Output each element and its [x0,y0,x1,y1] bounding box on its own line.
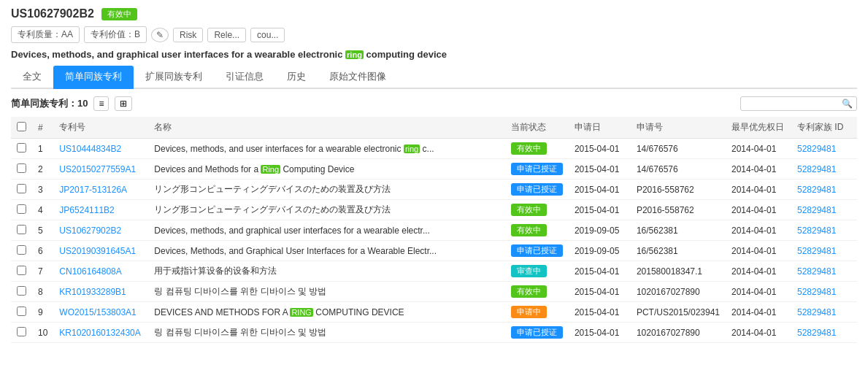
row-checkbox-6[interactable] [17,245,26,255]
name-ring-highlight: RING [290,308,313,317]
row-name: リング形コンピューティングデバイスのための装置及び方法 [148,180,505,200]
row-priority-date: 2014-04-01 [726,241,791,261]
status-badge-row: 申请已授证 [511,183,563,196]
row-apply-date: 2015-04-01 [569,200,631,220]
row-apply-num: P2016-558762 [631,200,726,220]
row-priority-date: 2014-04-01 [726,261,791,282]
patent-table: # 专利号 名称 当前状态 申请日 申请号 最早优先权日 专利家族 ID 1US… [11,117,857,343]
row-apply-date: 2019-09-05 [569,220,631,241]
row-name: 링 컴퓨팅 디바이스를 위한 디바이스 및 방법 [148,323,505,343]
family-id-link-10[interactable]: 52829481 [797,328,836,338]
row-checkbox-8[interactable] [17,286,26,296]
status-badge-row: 有效中 [511,224,547,236]
row-checkbox-1[interactable] [17,143,26,153]
row-checkbox-5[interactable] [17,225,26,234]
status-badge-row: 申请中 [511,306,547,318]
status-badge-row: 申请已授证 [511,326,563,339]
family-id-link-6[interactable]: 52829481 [797,246,836,256]
row-priority-date: 2014-04-01 [726,282,791,302]
row-priority-date: 2014-04-01 [726,323,791,343]
row-apply-date: 2015-04-01 [569,302,631,323]
subtable-title: 简单同族专利：10 [11,97,88,110]
select-all-checkbox[interactable] [17,122,26,131]
row-name: Devices, methods, and graphical user int… [148,220,505,241]
row-priority-date: 2014-04-01 [726,200,791,220]
row-checkbox-10[interactable] [17,327,26,336]
col-header-apply-date: 申请日 [569,117,631,139]
row-checkbox-9[interactable] [17,307,26,316]
value-label: 专利价值：B [84,26,147,43]
row-num: 5 [32,220,53,241]
search-input[interactable] [740,96,857,111]
row-num: 7 [32,261,53,282]
row-apply-date: 2015-04-01 [569,261,631,282]
cou-button[interactable]: cou... [250,28,285,42]
filter-btn[interactable]: ⊞ [115,96,132,111]
family-id-link-1[interactable]: 52829481 [797,144,836,154]
row-checkbox-3[interactable] [17,184,26,193]
patent-link-6[interactable]: US20190391645A1 [59,246,136,256]
tab-citation[interactable]: 引证信息 [214,66,275,89]
patent-title: Devices, methods, and graphical user int… [11,49,857,60]
family-id-link-8[interactable]: 52829481 [797,287,836,297]
patent-link-8[interactable]: KR101933289B1 [59,287,126,297]
name-ring-highlight: ring [404,144,420,153]
row-num: 10 [32,323,53,343]
tab-bar: 全文 简单同族专利 扩展同族专利 引证信息 历史 原始文件图像 [11,66,857,89]
title-ring-highlight: ring [345,50,364,59]
patent-link-9[interactable]: WO2015/153803A1 [59,307,136,317]
status-badge-row: 有效中 [511,285,547,298]
row-name: 用于戒指计算设备的设备和方法 [148,261,505,282]
family-id-link-4[interactable]: 52829481 [797,205,836,215]
row-num: 4 [32,200,53,220]
table-row: 5US10627902B2Devices, methods, and graph… [11,220,857,241]
patent-link-10[interactable]: KR1020160132430A [59,328,140,338]
family-id-link-7[interactable]: 52829481 [797,266,836,277]
row-checkbox-2[interactable] [17,163,26,173]
row-num: 3 [32,180,53,200]
row-priority-date: 2014-04-01 [726,139,791,159]
tab-simple-family[interactable]: 简单同族专利 [53,66,134,89]
family-id-link-5[interactable]: 52829481 [797,226,836,236]
row-apply-date: 2015-04-01 [569,139,631,159]
row-apply-date: 2015-04-01 [569,180,631,200]
row-apply-date: 2015-04-01 [569,323,631,343]
list-view-btn[interactable]: ≡ [93,96,109,111]
edit-icon-btn[interactable]: ✎ [151,28,169,42]
tab-original-file[interactable]: 原始文件图像 [318,66,398,89]
quality-row: 专利质量：AA 专利价值：B ✎ Risk Rele... cou... [11,26,857,43]
row-num: 6 [32,241,53,261]
row-checkbox-4[interactable] [17,204,26,214]
patent-link-3[interactable]: JP2017-513126A [59,185,127,195]
family-id-link-9[interactable]: 52829481 [797,307,836,317]
col-header-status: 当前状态 [505,117,569,139]
risk-button[interactable]: Risk [173,28,203,42]
row-name: Devices, Methods, and Graphical User Int… [148,241,505,261]
tab-fulltext[interactable]: 全文 [11,66,53,89]
row-priority-date: 2014-04-01 [726,159,791,180]
row-apply-num: 14/676576 [631,159,726,180]
row-num: 2 [32,159,53,180]
status-badge-row: 申请已授证 [511,163,563,175]
table-row: 9WO2015/153803A1DEVICES AND METHODS FOR … [11,302,857,323]
tab-extended-family[interactable]: 扩展同族专利 [134,66,214,89]
row-name: Devices and Methods for a Ring Computing… [148,159,505,180]
col-header-family: 专利家族 ID [791,117,857,139]
patent-link-7[interactable]: CN106164808A [59,266,121,277]
patent-link-5[interactable]: US10627902B2 [59,226,121,236]
patent-link-1[interactable]: US10444834B2 [59,144,121,154]
status-badge-row: 有效中 [511,204,547,216]
rele-button[interactable]: Rele... [207,28,246,42]
family-id-link-2[interactable]: 52829481 [797,164,836,174]
row-checkbox-7[interactable] [17,266,26,275]
col-header-apply-num: 申请号 [631,117,726,139]
tab-history[interactable]: 历史 [275,66,318,89]
patent-link-4[interactable]: JP6524111B2 [59,205,114,215]
row-priority-date: 2014-04-01 [726,220,791,241]
row-apply-num: 1020167027890 [631,323,726,343]
family-id-link-3[interactable]: 52829481 [797,185,836,195]
row-priority-date: 2014-04-01 [726,302,791,323]
row-apply-date: 2019-09-05 [569,241,631,261]
patent-link-2[interactable]: US20150277559A1 [59,164,136,174]
row-apply-num: 201580018347.1 [631,261,726,282]
